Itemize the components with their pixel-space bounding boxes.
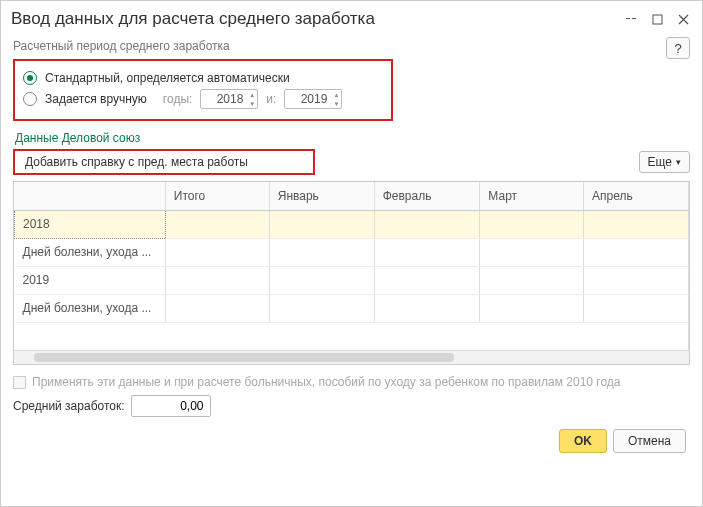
table-row-sickdays-2019[interactable]: Дней болезни, ухода ... bbox=[15, 294, 166, 322]
close-icon[interactable] bbox=[674, 10, 692, 28]
table-cell[interactable] bbox=[480, 266, 584, 294]
more-button[interactable]: Еще ▾ bbox=[639, 151, 690, 173]
collapse-icon[interactable] bbox=[622, 10, 640, 28]
year2-spinner[interactable]: ▲▼ bbox=[331, 90, 341, 108]
table-row-year-2019[interactable]: 2019 bbox=[15, 266, 166, 294]
period-auto-radio[interactable] bbox=[23, 71, 37, 85]
earnings-table: Итого Январь Февраль Март Апрель 2018 Дн… bbox=[13, 181, 690, 365]
table-header-blank bbox=[15, 182, 166, 210]
ok-button[interactable]: OK bbox=[559, 429, 607, 453]
avg-earnings-input[interactable] bbox=[131, 395, 211, 417]
table-cell[interactable] bbox=[374, 238, 480, 266]
chevron-down-icon: ▾ bbox=[676, 157, 681, 167]
table-cell[interactable] bbox=[269, 266, 374, 294]
table-row-sickdays-2018[interactable]: Дней болезни, ухода ... bbox=[15, 238, 166, 266]
window-title: Ввод данных для расчета среднего заработ… bbox=[11, 9, 622, 29]
table-row-year-2018[interactable]: 2018 bbox=[15, 210, 166, 238]
svg-rect-1 bbox=[632, 18, 636, 19]
table-header-month-3[interactable]: Март bbox=[480, 182, 584, 210]
svg-rect-0 bbox=[626, 18, 630, 19]
data-section-title: Данные Деловой союз bbox=[15, 131, 690, 145]
cancel-button[interactable]: Отмена bbox=[613, 429, 686, 453]
help-button[interactable]: ? bbox=[666, 37, 690, 59]
table-cell[interactable] bbox=[269, 294, 374, 322]
period-auto-label: Стандартный, определяется автоматически bbox=[45, 71, 290, 85]
table-cell[interactable] bbox=[584, 210, 689, 238]
avg-earnings-label: Средний заработок: bbox=[13, 399, 125, 413]
table-cell[interactable] bbox=[584, 238, 689, 266]
table-cell[interactable] bbox=[480, 294, 584, 322]
apply-2010-label: Применять эти данные и при расчете больн… bbox=[32, 375, 621, 389]
table-cell[interactable] bbox=[374, 210, 480, 238]
table-cell[interactable] bbox=[480, 210, 584, 238]
and-label: и: bbox=[266, 92, 276, 106]
table-cell[interactable] bbox=[165, 210, 269, 238]
table-header-total[interactable]: Итого bbox=[165, 182, 269, 210]
table-cell[interactable] bbox=[374, 266, 480, 294]
table-header-month-1[interactable]: Январь bbox=[269, 182, 374, 210]
table-cell[interactable] bbox=[165, 294, 269, 322]
maximize-icon[interactable] bbox=[648, 10, 666, 28]
table-cell[interactable] bbox=[584, 266, 689, 294]
table-header-month-4[interactable]: Апрель bbox=[584, 182, 689, 210]
add-reference-highlight: Добавить справку с пред. места работы bbox=[13, 149, 315, 175]
table-cell[interactable] bbox=[374, 294, 480, 322]
year1-spinner[interactable]: ▲▼ bbox=[247, 90, 257, 108]
table-cell[interactable] bbox=[165, 266, 269, 294]
table-cell[interactable] bbox=[269, 210, 374, 238]
period-section-label: Расчетный период среднего заработка bbox=[13, 39, 230, 53]
table-header-month-2[interactable]: Февраль bbox=[374, 182, 480, 210]
table-cell[interactable] bbox=[269, 238, 374, 266]
add-reference-button[interactable]: Добавить справку с пред. места работы bbox=[15, 151, 313, 173]
table-cell[interactable] bbox=[480, 238, 584, 266]
period-manual-label: Задается вручную bbox=[45, 92, 147, 106]
svg-rect-2 bbox=[653, 15, 662, 24]
years-label: годы: bbox=[163, 92, 192, 106]
table-cell[interactable] bbox=[584, 294, 689, 322]
period-manual-radio[interactable] bbox=[23, 92, 37, 106]
table-cell[interactable] bbox=[165, 238, 269, 266]
horizontal-scrollbar[interactable] bbox=[14, 350, 689, 364]
period-options-group: Стандартный, определяется автоматически … bbox=[13, 59, 393, 121]
table-empty-row bbox=[15, 322, 689, 350]
apply-2010-checkbox[interactable] bbox=[13, 376, 26, 389]
